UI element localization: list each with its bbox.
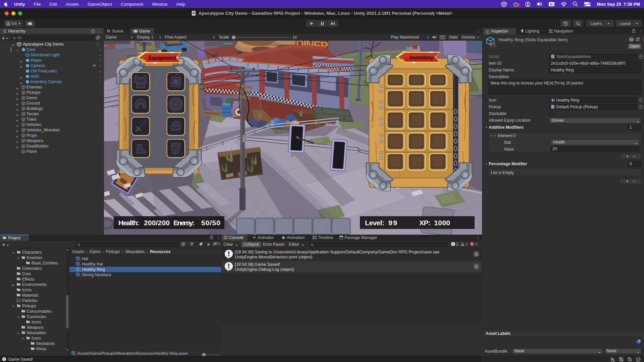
svg-text:{}: {} (73, 353, 76, 356)
svg-text:Enemy:: Enemy: (173, 219, 195, 227)
svg-text:{}: {} (78, 275, 80, 277)
svg-text:Level:: Level: (365, 219, 384, 227)
svg-text:{}: {} (78, 259, 80, 261)
svg-text:200/200: 200/200 (144, 219, 170, 227)
svg-text:Health:: Health: (118, 219, 139, 227)
svg-text:#: # (552, 106, 553, 109)
svg-text:50/50: 50/50 (201, 219, 220, 227)
svg-text:XP:: XP: (419, 219, 431, 227)
svg-text:Inventory: Inventory (409, 55, 433, 60)
svg-text:{}: {} (78, 264, 80, 266)
svg-text:{}: {} (78, 269, 80, 272)
svg-text:⌘x: ⌘x (550, 3, 554, 6)
svg-text:{}: {} (490, 43, 496, 47)
svg-text:Equipment: Equipment (149, 55, 176, 61)
svg-text:#: # (552, 55, 553, 58)
svg-text:1000: 1000 (434, 219, 450, 227)
